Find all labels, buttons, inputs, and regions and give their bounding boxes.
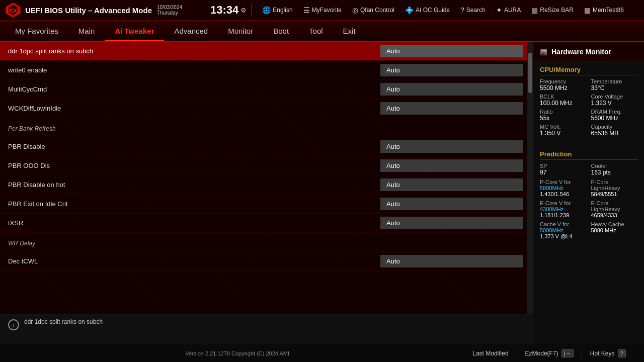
topbar-item-aura[interactable]: ✦ AURA: [491, 5, 526, 16]
hot-keys-button[interactable]: Hot Keys ?: [582, 348, 634, 359]
scrollbar[interactable]: [527, 42, 533, 314]
setting-value-write0[interactable]: Auto: [376, 62, 527, 78]
ezmode-label: EzMode(F7): [525, 350, 558, 357]
sp-value: 97: [540, 169, 587, 176]
heavy-cache-label: Heavy Cache: [591, 221, 638, 227]
cooler-value: 163 pts: [591, 169, 638, 176]
setting-name-txsr: tXSR: [0, 215, 376, 231]
table-row[interactable]: PBR Disable on hot Auto: [0, 175, 527, 195]
tab-my-favorites[interactable]: My Favorites: [5, 22, 68, 40]
ecore-v-row: E-Core V for 4300MHz 1.181/1.239 E-CoreL…: [540, 200, 638, 218]
qfan-icon: ◎: [352, 6, 358, 14]
topbar-item-search[interactable]: ? Search: [455, 5, 491, 16]
ecore-v-label: E-Core V for: [540, 200, 587, 206]
ecore-lh-value: 4659/4333: [591, 212, 638, 218]
capacity-label: Capacity: [591, 124, 638, 130]
datetime-area: 10/03/2024 Thursday: [157, 5, 202, 16]
setting-name-wckdiff: WCKDiffLowInIdle: [0, 101, 376, 116]
resizebar-icon: ▤: [531, 6, 538, 14]
core-voltage-label: Core Voltage: [591, 94, 638, 100]
info-bar: i ddr 1dpc split ranks on subch: [0, 314, 533, 344]
svg-text:ROG: ROG: [8, 8, 19, 14]
hw-monitor-title: Hardware Monitor: [551, 48, 611, 56]
mc-volt-label: MC Volt.: [540, 124, 587, 130]
table-row[interactable]: PBR Disable Auto: [0, 137, 527, 156]
setting-value-dectcwl[interactable]: Auto: [376, 253, 527, 269]
prediction-section: Prediction SP 97 Cooler 163 pts P-Core V: [534, 146, 644, 244]
ecore-lh-label: E-CoreLight/Heavy: [591, 200, 638, 212]
dram-freq-value: 5600 MHz: [591, 115, 638, 122]
pcore-v-label: P-Core V for: [540, 179, 587, 185]
tab-boot[interactable]: Boot: [263, 22, 299, 40]
time-area: 13:34 ⚙: [210, 4, 247, 17]
table-row[interactable]: PBR Exit on Idle Cnt Auto: [0, 195, 527, 214]
value-box-pbr-exit: Auto: [380, 198, 523, 210]
tab-main[interactable]: Main: [68, 22, 105, 40]
cpu-memory-title: CPU/Memory: [540, 66, 638, 75]
setting-value-multicyccmd[interactable]: Auto: [376, 81, 527, 98]
aioc-icon: 💠: [405, 6, 414, 14]
setting-value-pbr-ooo[interactable]: Auto: [376, 157, 527, 174]
info-icon: i: [8, 319, 19, 330]
table-row[interactable]: WCKDiffLowInIdle Auto: [0, 99, 527, 118]
cache-grid: Cache V for 5000MHz 1.373 V @L4 Heavy Ca…: [540, 221, 638, 239]
setting-name-ddr1dpc: ddr 1dpc split ranks on subch: [0, 43, 376, 59]
setting-value-ddr1dpc[interactable]: Auto: [376, 43, 527, 59]
gear-icon[interactable]: ⚙: [240, 7, 247, 14]
time-display: 13:34: [210, 4, 238, 17]
topbar-item-qfan[interactable]: ◎ Qfan Control: [347, 5, 400, 16]
capacity-value: 65536 MB: [591, 130, 638, 137]
ecore-v-freq: 4300MHz: [540, 206, 587, 212]
tab-ai-tweaker[interactable]: Ai Tweaker: [105, 22, 164, 40]
ecore-v-value: 1.181/1.239: [540, 212, 587, 218]
topbar-item-aioc[interactable]: 💠 AI OC Guide: [400, 5, 455, 16]
setting-value-pbr-disable[interactable]: Auto: [376, 138, 527, 155]
table-row[interactable]: Dec tCWL Auto: [0, 252, 527, 271]
tab-exit[interactable]: Exit: [333, 22, 366, 40]
cooler-group: Cooler 163 pts: [591, 163, 638, 176]
last-modified-button[interactable]: Last Modified: [464, 348, 516, 359]
settings-panel: ddr 1dpc split ranks on subch Auto write…: [0, 42, 533, 344]
value-box-dectcwl: Auto: [380, 255, 523, 267]
setting-value-txsr[interactable]: Auto: [376, 215, 527, 231]
logo-area: ROG UEFI BIOS Utility – Advanced Mode: [5, 2, 152, 18]
tab-tool[interactable]: Tool: [299, 22, 333, 40]
tab-advanced[interactable]: Advanced: [164, 22, 218, 40]
value-box-pbr-hot: Auto: [380, 178, 523, 191]
topbar-separator: [252, 3, 252, 17]
topbar-resizebar-label: ReSize BAR: [540, 7, 574, 14]
setting-value-pbr-exit[interactable]: Auto: [376, 196, 527, 212]
hw-monitor-panel: ▦ Hardware Monitor CPU/Memory Frequency …: [533, 42, 644, 344]
last-modified-label: Last Modified: [472, 350, 508, 357]
topbar-item-myfavorite[interactable]: ☰ MyFavorite: [298, 5, 347, 16]
ratio-label: Ratio: [540, 109, 587, 115]
bclk-label: BCLK: [540, 94, 587, 100]
topbar: ROG UEFI BIOS Utility – Advanced Mode 10…: [0, 0, 644, 21]
setting-name-pbr-exit: PBR Exit on Idle Cnt: [0, 196, 376, 212]
table-row[interactable]: MultiCycCmd Auto: [0, 80, 527, 99]
cpu-memory-grid: Frequency 5500 MHz Temperature 33°C BCLK…: [540, 78, 638, 137]
table-row: WR Delay: [0, 233, 527, 252]
table-row[interactable]: write0 enable Auto: [0, 61, 527, 80]
section-per-bank-refresh: Per Bank Refresh: [0, 122, 527, 133]
pcore-grid: P-Core V for 5800MHz 1.430/1.546 P-CoreL…: [540, 179, 638, 197]
topbar-item-language[interactable]: 🌐 English: [257, 5, 298, 16]
bios-title: UEFI BIOS Utility – Advanced Mode: [25, 6, 152, 15]
main-content: ddr 1dpc split ranks on subch Auto write…: [0, 42, 644, 344]
pcore-v-group: P-Core V for 5800MHz 1.430/1.546: [540, 179, 587, 197]
topbar-qfan-label: Qfan Control: [360, 7, 394, 14]
scrollbar-thumb[interactable]: [528, 53, 532, 93]
ezmode-button[interactable]: EzMode(F7) |→: [517, 348, 582, 359]
setting-value-pbr-hot[interactable]: Auto: [376, 176, 527, 193]
table-row[interactable]: PBR OOO Dis Auto: [0, 156, 527, 175]
topbar-items: 🌐 English ☰ MyFavorite ◎ Qfan Control 💠 …: [257, 5, 639, 16]
topbar-aioc-label: AI OC Guide: [416, 7, 450, 14]
table-row[interactable]: ddr 1dpc split ranks on subch Auto: [0, 42, 527, 61]
table-row[interactable]: tXSR Auto: [0, 214, 527, 233]
setting-value-wckdiff[interactable]: Auto: [376, 100, 527, 117]
cache-v-value: 1.373 V @L4: [540, 233, 587, 239]
setting-name-dectcwl: Dec tCWL: [0, 253, 376, 269]
topbar-item-resizebar[interactable]: ▤ ReSize BAR: [526, 5, 579, 16]
tab-monitor[interactable]: Monitor: [218, 22, 263, 40]
topbar-item-memtest[interactable]: ▦ MemTest86: [579, 5, 629, 16]
